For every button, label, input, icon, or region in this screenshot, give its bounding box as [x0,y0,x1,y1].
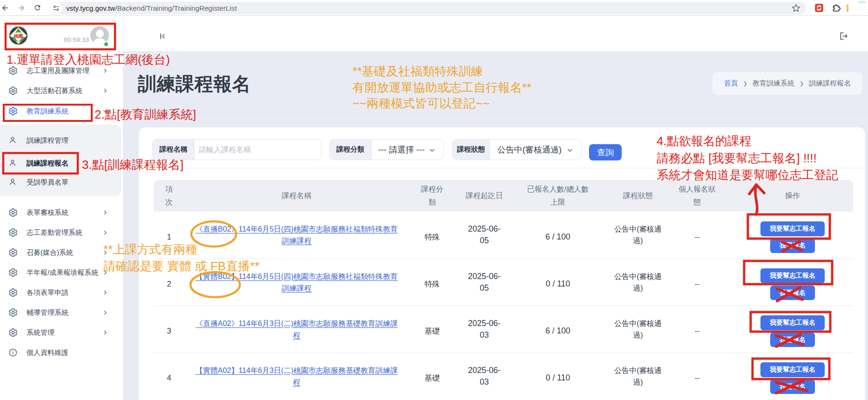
forward-icon[interactable] [17,4,26,12]
profile-badge [847,4,848,12]
sidebar-collapse-icon[interactable] [158,32,167,40]
column-header-3: 課程起訖日 [455,180,513,212]
sidebar-item-5[interactable]: 受訓學員名單 [0,174,123,190]
site-info-icon[interactable] [50,2,62,14]
table-header: 項次課程名稱課程分類課程起訖日已報名人數/總人數上限課程狀態個人報名狀態操作 [154,180,853,212]
sidebar-item-10[interactable]: 各項表單申請 [0,285,123,300]
column-header-1: 課程名稱 [184,180,409,212]
register-for-volunteer-button[interactable]: 我要幫志工報名 [760,362,825,377]
table-wrap: 項次課程名稱課程分類課程起訖日已報名人數/總人數上限課程狀態個人報名狀態操作 1… [154,180,853,400]
column-header-4: 已報名人數/總人數上限 [513,180,603,212]
reload-icon[interactable] [34,4,41,12]
sidebar-item-7[interactable]: 志工差勤管理系統 [0,225,123,240]
gear-icon [8,107,18,116]
chevron-down-icon [429,147,435,153]
sidebar-item-11[interactable]: 輔導管理系統 [0,305,123,320]
cell-count: 0 / 110 [513,353,603,400]
cell-status: 公告中(審核通過) [603,353,673,400]
breadcrumb-separator: ❯ [800,80,804,87]
register-for-volunteer-button[interactable]: 我要幫志工報名 [760,315,825,330]
gear-icon [8,228,18,237]
sidebar-item-3[interactable]: 訓練課程管理 [0,133,123,148]
column-header-0: 項次 [154,180,184,212]
course-status-select[interactable]: 公告中(審核通過) [490,140,581,160]
cell-count: 6 / 100 [513,212,603,259]
breadcrumb-separator: ❯ [743,80,747,87]
sidebar-item-6[interactable]: 表單審核系統 [0,205,123,220]
annotation-step1: 1.運單請登入桃園志工網(後台) [7,52,170,68]
page-title: 訓練課程報名 [138,71,251,97]
breadcrumb-home[interactable]: 首頁 [724,79,738,88]
register-self-button[interactable]: 我要報名 [770,286,815,300]
chevron-down-icon [567,147,573,153]
chevron-right-icon [102,310,108,315]
gear-icon [8,248,18,257]
chevron-right-icon [102,210,108,215]
course-status-label: 課程狀態 [453,140,490,160]
cell-date: 2025-06-03 [455,306,513,353]
extensions-puzzle-icon[interactable] [832,3,841,12]
course-category-label: 課程分類 [330,140,372,160]
bookmark-star-icon[interactable] [792,4,800,13]
column-header-2: 課程分類 [409,180,455,212]
browser-chrome: vsty.tycg.gov.tw/Backend/Training/Traini… [0,0,868,16]
column-header-5: 課程狀態 [603,180,673,212]
search-button[interactable]: 查詢 [589,144,622,160]
column-header-7: 操作 [721,180,853,212]
course-table: 項次課程名稱課程分類課程起訖日已報名人數/總人數上限課程狀態個人報名狀態操作 1… [154,180,853,400]
course-link[interactable]: 《直播A02》114年6月3日(二)桃園市志願服務基礎教育訓練課程 [196,320,398,339]
chevron-right-icon [102,68,108,73]
url-text[interactable]: vsty.tycg.gov.tw/Backend/Training/Traini… [66,4,237,12]
cell-category: 基礎 [409,306,455,353]
sidebar-item-1[interactable]: 大型活動召募系統 [0,83,123,99]
cell-index: 4 [154,353,184,400]
annotation-step3: 3.點[訓練課程報名] [82,157,183,173]
cell-count: 0 / 110 [513,259,603,306]
cell-personal-status: -- [673,212,721,259]
register-self-button[interactable]: 我要報名 [770,333,815,347]
cell-category: 基礎 [409,353,455,400]
table-body: 1《直播B02》114年6月5日(四)桃園市志願服務社福類特殊教育訓練課程特殊2… [154,212,853,400]
course-link[interactable]: 【實體B02】114年6月5日(四)桃園市志願服務社福類特殊教育訓練課程 [196,273,398,292]
gear-icon [8,268,18,277]
cell-course: 【實體A02】114年6月3日(二)桃園市志願服務基礎教育訓練課程 [184,353,409,400]
table-row-3: 3《直播A02》114年6月3日(二)桃園市志願服務基礎教育訓練課程基礎2025… [154,306,853,353]
back-icon[interactable] [1,4,9,12]
cell-date: 2025-06-05 [455,259,513,306]
cell-date: 2025-06-05 [455,212,513,259]
info-icon [8,348,18,357]
register-for-volunteer-button[interactable]: 我要幫志工報名 [760,221,825,236]
person-icon [8,136,18,145]
course-link[interactable]: 【實體A02】114年6月3日(二)桃園市志願服務基礎教育訓練課程 [196,367,398,386]
cell-count: 6 / 100 [513,306,603,353]
gear-icon [8,86,18,95]
cell-status: 公告中(審核通過) [603,306,673,353]
course-category-select[interactable]: --- 請選擇 --- [372,140,443,160]
register-self-button[interactable]: 我要報名 [770,380,815,394]
cell-category: 特殊 [409,259,455,306]
gear-icon [8,208,18,217]
filter-course-status: 課程狀態 公告中(審核通過) [452,139,582,160]
url-bar[interactable]: vsty.tycg.gov.tw/Backend/Training/Traini… [49,2,806,14]
topbar [123,16,868,51]
ad-extension-icon[interactable] [815,4,823,12]
person-icon [8,178,18,187]
chevron-right-icon [102,290,108,295]
annotation-step2: 2.點[教育訓練系統] [95,107,196,123]
register-self-button[interactable]: 我要報名 [770,239,815,253]
cell-index: 3 [154,306,184,353]
chevron-right-icon [102,88,108,93]
svg-text:桃園: 桃園 [14,33,23,39]
annotation-note-top: **基礎及社福類特殊訓練 有開放運單協助或志工自行報名** ~~兩種模式皆可以登… [353,63,531,112]
annotation-note-left: **上課方式有兩種 請確認是要 實體 或 FB直播** [103,241,259,274]
register-for-volunteer-button[interactable]: 我要幫志工報名 [760,268,825,283]
logout-icon[interactable] [839,31,848,41]
course-name-input[interactable] [195,140,321,160]
filter-course-category: 課程分類 --- 請選擇 --- [329,139,444,160]
site-logo: 桃園 [8,26,28,46]
cell-actions: 我要幫志工報名我要報名 [721,212,853,259]
brand-bar: 桃園 00:59:33 [0,16,123,51]
sidebar-item-12[interactable]: 系統管理 [0,325,123,340]
cell-date: 2025-06-03 [455,353,513,400]
sidebar-item-13[interactable]: 個人資料維護 [0,345,123,360]
